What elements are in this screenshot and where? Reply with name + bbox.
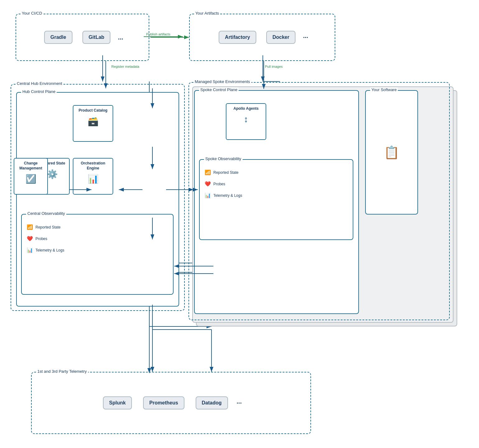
spoke-probes-item: ❤️ Probes (205, 181, 348, 187)
orchestration-engine-title: Orchestration Engine (75, 161, 111, 171)
telemetry-box: 1st and 3rd Party Telemetry Splunk Prome… (31, 372, 311, 434)
product-catalog-box: Product Catalog 🗃️ (73, 105, 113, 142)
cicd-label: Your CI/CD (21, 11, 43, 16)
change-management-title: Change Management (16, 161, 45, 171)
spoke-control-plane-box: Spoke Control Plane Apollo Agents ↕️ Spo… (194, 90, 359, 314)
apollo-agents-icon: ↕️ (244, 114, 248, 124)
splunk-box: Splunk (103, 396, 132, 409)
central-observability-label: Central Observability (26, 211, 66, 216)
spoke-reported-state-text: Reported State (213, 170, 239, 175)
product-catalog-icon: 🗃️ (88, 116, 99, 127)
spoke-observability-label: Spoke Observability (204, 156, 243, 161)
central-probes-text: Probes (35, 237, 47, 241)
managed-spoke-label: Managed Spoke Environments (193, 79, 251, 84)
telemetry-dots: ··· (237, 400, 242, 407)
probes-icon: ❤️ (27, 236, 33, 242)
spoke-telemetry-item: 📊 Telemetry & Logs (205, 192, 348, 198)
artifacts-dots: ··· (303, 34, 308, 41)
hub-control-plane-label: Hub Control Plane (21, 89, 57, 94)
publish-artifacts-label: Publish artifacts (146, 32, 170, 36)
hub-control-plane-box: Hub Control Plane Product Catalog 🗃️ Orc… (16, 92, 179, 307)
diagram-container: Your CI/CD Gradle GitLab ... Publish art… (0, 0, 479, 448)
gradle-box: Gradle (44, 31, 72, 44)
gitlab-box: GitLab (82, 31, 111, 44)
telemetry-label: 1st and 3rd Party Telemetry (36, 369, 88, 374)
central-hub-box: Central Hub Environment Hub Control Plan… (11, 84, 185, 311)
your-software-box: Your Software 📋 (365, 90, 418, 215)
apollo-agents-box: Apollo Agents ↕️ (226, 103, 266, 140)
artifactory-box: Artifactory (219, 31, 256, 44)
spoke-telemetry-text: Telemetry & Logs (213, 193, 242, 198)
declared-state-icon: ⚙️ (47, 169, 58, 179)
cicd-dots: ... (118, 34, 123, 41)
reported-state-icon: 📶 (27, 224, 33, 230)
cicd-box: Your CI/CD Gradle GitLab ... (16, 14, 149, 61)
spoke-telemetry-icon: 📊 (205, 192, 211, 198)
your-software-icon: 📋 (384, 145, 399, 160)
orchestration-engine-icon: 📊 (88, 174, 99, 184)
telemetry-icon: 📊 (27, 247, 33, 253)
spoke-reported-state-item: 📶 Reported State (205, 169, 348, 175)
datadog-box: Datadog (196, 396, 228, 409)
spoke-control-plane-label: Spoke Control Plane (199, 87, 239, 92)
central-observability-box: Central Observability 📶 Reported State ❤… (21, 214, 174, 295)
managed-spoke-box: Managed Spoke Environments Spoke Control… (188, 82, 450, 320)
apollo-agents-title: Apollo Agents (234, 106, 259, 111)
artifacts-box: Your Artifacts Artifactory Docker ··· (189, 14, 335, 61)
spoke-observability-box: Spoke Observability 📶 Reported State ❤️ … (199, 159, 353, 240)
pull-images-label: Pull images (265, 65, 283, 68)
central-reported-state-item: 📶 Reported State (27, 224, 168, 230)
central-telemetry-text: Telemetry & Logs (35, 248, 64, 252)
spoke-reported-state-icon: 📶 (205, 169, 211, 175)
central-probes-item: ❤️ Probes (27, 236, 168, 242)
change-management-icon: ☑️ (26, 174, 36, 184)
artifacts-label: Your Artifacts (194, 11, 220, 16)
orchestration-engine-box: Orchestration Engine 📊 (73, 158, 113, 195)
register-metadata-label: Register metadata (111, 65, 139, 68)
central-telemetry-item: 📊 Telemetry & Logs (27, 247, 168, 253)
central-hub-label: Central Hub Environment (16, 81, 63, 86)
docker-box: Docker (266, 31, 295, 44)
central-reported-state-text: Reported State (35, 225, 61, 229)
product-catalog-title: Product Catalog (79, 108, 108, 113)
prometheus-box: Prometheus (143, 396, 184, 409)
spoke-probes-icon: ❤️ (205, 181, 211, 187)
spoke-probes-text: Probes (213, 182, 225, 186)
your-software-label: Your Software (370, 87, 398, 92)
change-management-full-box: Change Management ☑️ (14, 158, 48, 195)
